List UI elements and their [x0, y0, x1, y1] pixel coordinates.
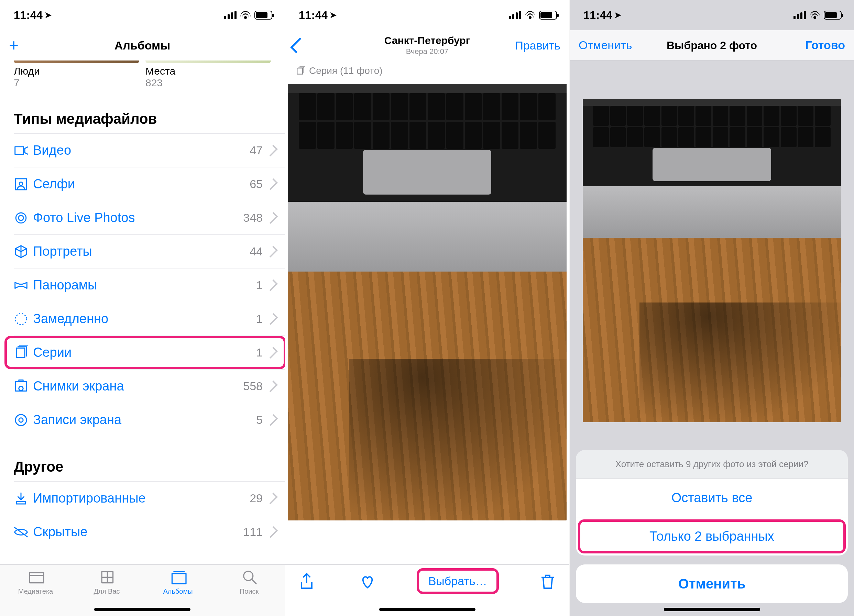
section-other: Другое — [0, 436, 285, 481]
nav-subtitle: Вчера 20:07 — [384, 47, 470, 56]
media-item-selfie[interactable]: Селфи 65 — [14, 167, 285, 201]
albums-icon — [169, 569, 187, 586]
chevron-right-icon — [266, 279, 278, 291]
battery-icon — [255, 11, 272, 20]
phone-burst-view: 11:44➤ Санкт-Петербург Вчера 20:07 Прави… — [285, 0, 569, 616]
nav-bar: Санкт-Петербург Вчера 20:07 Править — [285, 30, 569, 61]
media-item-livephoto[interactable]: Фото Live Photos 348 — [14, 201, 285, 235]
selected-photo — [583, 99, 841, 422]
burst-photo[interactable] — [288, 84, 567, 520]
burst-icon — [14, 346, 33, 360]
signal-icon — [224, 11, 236, 19]
chevron-right-icon — [266, 414, 278, 426]
select-button[interactable]: Выбрать… — [419, 572, 496, 590]
home-indicator[interactable] — [379, 608, 476, 611]
chevron-right-icon — [266, 381, 278, 392]
nav-title: Выбрано 2 фото — [666, 39, 757, 52]
favorite-button[interactable] — [358, 572, 377, 592]
media-item-video[interactable]: Видео 47 — [14, 133, 285, 167]
status-bar: 11:44➤ — [570, 0, 854, 30]
chevron-right-icon — [266, 313, 278, 325]
tab-search[interactable]: Поиск — [214, 569, 285, 616]
tab-bar: МедиатекаДля ВасАльбомыПоиск — [0, 564, 285, 616]
chevron-right-icon — [266, 212, 278, 224]
album-places[interactable]: Места 823 — [145, 61, 271, 89]
slomo-icon — [14, 312, 33, 326]
done-button[interactable]: Готово — [805, 38, 845, 52]
phone-action-sheet: 11:44➤ Отменить Выбрано 2 фото Готово Хо… — [569, 0, 854, 616]
search-icon — [240, 569, 258, 586]
video-icon — [14, 143, 33, 158]
chevron-right-icon — [266, 347, 278, 358]
status-bar: 11:44➤ — [0, 0, 285, 30]
sheet-question: Хотите оставить 9 других фото из этой се… — [576, 450, 848, 479]
home-indicator[interactable] — [664, 608, 760, 611]
livephoto-icon — [14, 211, 33, 225]
toolbar: Выбрать… — [285, 564, 569, 616]
screenshot-icon — [14, 379, 33, 393]
media-item-record[interactable]: Записи экрана 5 — [14, 403, 285, 436]
nav-title: Санкт-Петербург — [384, 35, 470, 46]
status-bar: 11:44➤ — [285, 0, 569, 30]
share-button[interactable] — [297, 572, 316, 592]
media-item-cube[interactable]: Портреты 44 — [14, 235, 285, 268]
foryou-icon — [98, 569, 116, 586]
action-sheet: Хотите оставить 9 других фото из этой се… — [576, 450, 848, 555]
burst-icon — [295, 66, 306, 76]
back-button[interactable] — [294, 38, 302, 52]
selfie-icon — [14, 177, 33, 192]
chevron-right-icon — [266, 492, 278, 504]
keep-all-button[interactable]: Оставить все — [576, 479, 848, 517]
location-icon: ➤ — [45, 10, 52, 20]
pano-icon — [14, 278, 33, 293]
keep-selected-button[interactable]: Только 2 выбранных — [576, 517, 848, 555]
nav-bar: + Альбомы — [0, 30, 285, 61]
edit-button[interactable]: Править — [515, 39, 560, 52]
library-icon — [27, 569, 45, 586]
media-item-pano[interactable]: Панорамы 1 — [14, 268, 285, 302]
record-icon — [14, 413, 33, 427]
cube-icon — [14, 244, 33, 259]
chevron-left-icon — [290, 38, 306, 53]
svg-point-0 — [15, 313, 26, 324]
home-indicator[interactable] — [94, 608, 191, 611]
import-icon — [14, 491, 33, 506]
media-item-hidden[interactable]: Скрытые 111 — [14, 515, 285, 549]
hidden-icon — [14, 525, 33, 539]
media-item-burst[interactable]: Серии 1 — [14, 335, 285, 369]
trash-button[interactable] — [538, 572, 557, 592]
chevron-right-icon — [266, 145, 278, 156]
media-item-screenshot[interactable]: Снимки экрана 558 — [14, 369, 285, 403]
chevron-right-icon — [266, 526, 278, 538]
media-item-import[interactable]: Импортированные 29 — [14, 481, 285, 515]
nav-bar: Отменить Выбрано 2 фото Готово — [570, 30, 854, 61]
tab-library[interactable]: Медиатека — [0, 569, 71, 616]
album-people[interactable]: Люди 7 — [14, 61, 139, 89]
chevron-right-icon — [266, 178, 278, 190]
sheet-cancel-button[interactable]: Отменить — [576, 564, 848, 603]
add-button[interactable]: + — [9, 37, 18, 53]
wifi-icon — [240, 11, 251, 19]
cancel-top-button[interactable]: Отменить — [579, 38, 632, 52]
nav-title: Альбомы — [114, 39, 171, 52]
media-item-slomo[interactable]: Замедленно 1 — [14, 302, 285, 335]
burst-indicator: Серия (11 фото) — [285, 61, 569, 84]
chevron-right-icon — [266, 246, 278, 258]
section-media-types: Типы медиафайлов — [0, 89, 285, 133]
phone-albums: 11:44➤ + Альбомы Люди 7 Места 823 Типы м… — [0, 0, 285, 616]
